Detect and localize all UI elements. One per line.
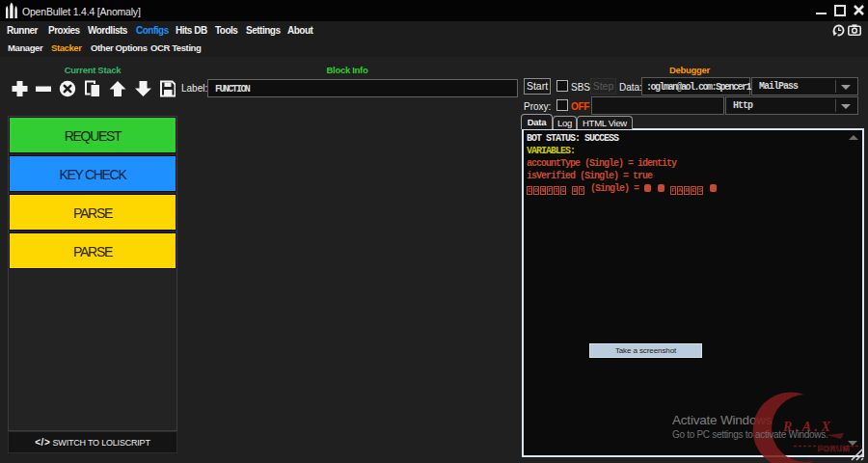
svg-text:FORUM: FORUM bbox=[818, 444, 850, 453]
